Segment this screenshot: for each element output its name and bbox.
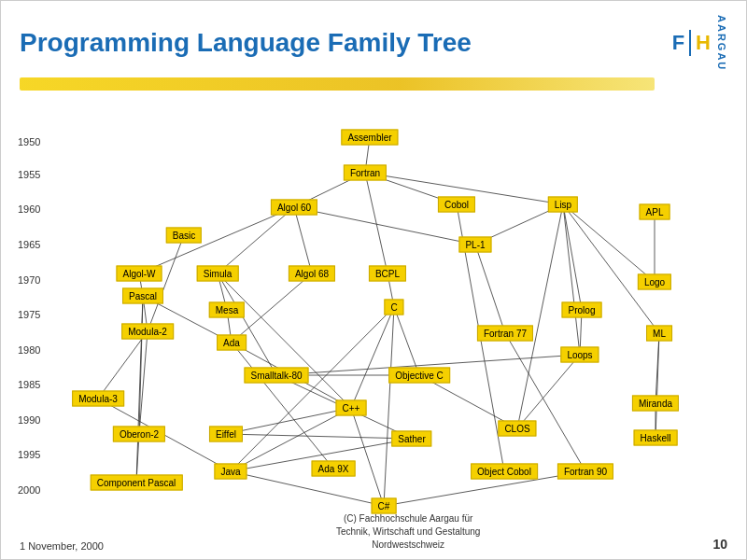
edge-pl1-fortran77	[475, 245, 505, 333]
lang-box-miranda: Miranda	[632, 396, 679, 412]
edge-modula2-oberon2	[139, 331, 148, 434]
edge-java-csharp	[231, 471, 384, 506]
logo-h: H	[696, 31, 711, 55]
lang-box-eiffel: Eiffel	[209, 427, 243, 442]
lang-box-sather: Sather	[391, 431, 431, 447]
lang-box-prolog: Prolog	[562, 302, 602, 318]
header: Programming Language Family Tree F H AAR…	[1, 1, 746, 76]
edge-lisp-loops	[563, 204, 580, 355]
edge-algol60-pl1	[294, 207, 475, 245]
footer-date: 1 November, 2000	[20, 540, 104, 552]
lang-box-ada: Ada	[217, 335, 247, 351]
diagram-area: 1950195519601965197019751980198519901995…	[1, 91, 747, 548]
edge-lisp-prolog	[563, 204, 582, 310]
edge-basic-modula2	[148, 235, 184, 331]
edge-algol60-algolw	[139, 207, 294, 273]
edge-cpp-eiffel	[226, 408, 351, 434]
edge-c-objectivec	[394, 307, 419, 375]
lang-box-algol68: Algol 68	[289, 266, 335, 282]
edge-eiffel-sather	[226, 434, 412, 439]
lang-box-fortran: Fortran	[344, 165, 387, 181]
lang-box-objectivec: Objective C	[388, 368, 450, 384]
footer-page: 10	[712, 537, 727, 552]
edge-algol60-algol68	[294, 207, 312, 273]
lang-box-fortran90: Fortran 90	[557, 464, 613, 480]
lang-box-pascal: Pascal	[122, 288, 163, 304]
lang-box-objectcobol: Object Cobol	[471, 464, 538, 480]
lang-box-modula2: Modula-2	[121, 324, 174, 340]
edge-simula-smalltalk80	[218, 273, 276, 375]
year-label: 1950	[18, 136, 40, 147]
page-title: Programming Language Family Tree	[20, 28, 472, 58]
lang-box-ml: ML	[646, 326, 672, 342]
lang-box-clos: CLOS	[498, 421, 536, 437]
lang-box-assembler: Assembler	[341, 130, 398, 146]
year-label: 1960	[18, 203, 40, 215]
lang-box-pl1: PL-1	[458, 237, 491, 253]
year-label: 1965	[18, 239, 40, 250]
edge-ada-ada9x	[232, 343, 333, 469]
edge-fortran-bcpl	[365, 173, 388, 273]
lang-box-loops: Loops	[560, 347, 599, 363]
lang-box-mesa: Mesa	[209, 302, 245, 318]
lang-box-simula: Simula	[197, 266, 239, 282]
lang-box-java: Java	[214, 464, 247, 480]
lang-box-oberon2: Oberon-2	[113, 427, 165, 442]
year-label: 2000	[18, 484, 40, 496]
lang-box-cpp: C++	[336, 400, 367, 416]
year-label: 1955	[18, 169, 40, 180]
edge-lisp-clos	[517, 204, 563, 428]
year-label: 1985	[18, 379, 40, 390]
lang-box-algolw: Algol-W	[116, 266, 162, 282]
lang-box-cobol: Cobol	[438, 197, 475, 213]
year-label: 1970	[18, 274, 40, 286]
year-label: 1975	[18, 309, 40, 320]
lang-box-logo: Logo	[638, 274, 671, 290]
lang-box-bcpl: BCPL	[369, 266, 406, 282]
lang-box-haskell: Haskell	[634, 430, 678, 446]
footer-credit: (C) Fachhochschule Aargau für Technik, W…	[336, 512, 481, 552]
lang-box-c: C	[384, 300, 403, 315]
edge-loops-clos	[517, 355, 580, 428]
slide: Programming Language Family Tree F H AAR…	[0, 0, 747, 560]
yellow-bar	[20, 77, 655, 91]
logo-aargau: AARGAU	[716, 15, 727, 71]
edge-ml-miranda	[655, 333, 659, 403]
edge-pascal-oberon2	[139, 296, 143, 434]
lang-box-componentpascal: Component Pascal	[91, 475, 183, 491]
year-label: 1980	[18, 344, 40, 356]
edge-modula2-modula3	[98, 331, 148, 399]
logo-f: F	[672, 31, 684, 55]
lang-box-smalltalk80: Smalltalk-80	[244, 368, 308, 384]
lang-box-ada9x: Ada 9X	[312, 461, 356, 477]
edge-c-java	[231, 307, 394, 471]
edge-c-csharp	[384, 307, 394, 506]
year-label: 1995	[18, 449, 40, 460]
lang-box-algol60: Algol 60	[271, 200, 317, 216]
lang-box-modula3: Modula-3	[72, 391, 124, 407]
logo-divider	[689, 30, 691, 56]
lang-box-fortran77: Fortran 77	[477, 326, 533, 342]
edge-algol60-simula	[218, 207, 294, 273]
edge-ml-haskell	[655, 333, 659, 438]
lang-box-basic: Basic	[166, 228, 202, 244]
footer: 1 November, 2000 (C) Fachhochschule Aarg…	[1, 512, 746, 552]
year-label: 1990	[18, 414, 40, 426]
lang-box-apl: APL	[640, 204, 670, 220]
lang-box-lisp: Lisp	[548, 197, 578, 213]
edge-c-cpp	[351, 307, 394, 408]
logo: F H AARGAU	[672, 15, 727, 71]
edge-cpp-csharp	[351, 408, 384, 506]
